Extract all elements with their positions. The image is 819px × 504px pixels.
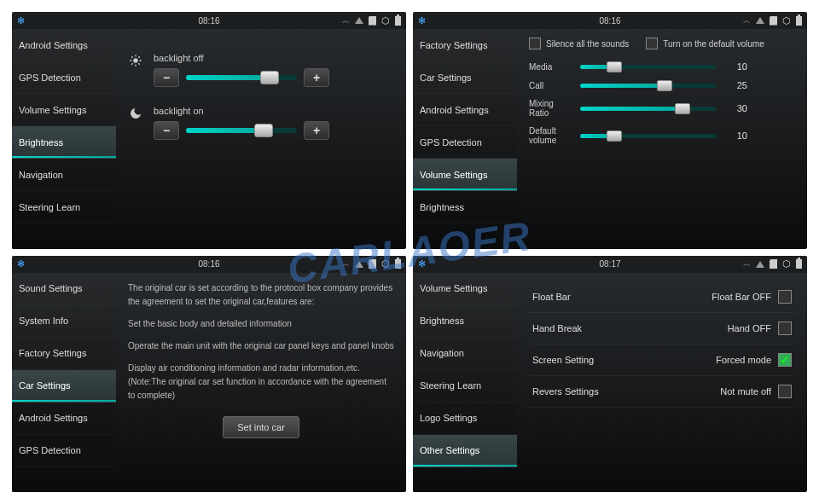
volume-value: 30 [725,103,747,113]
plus-button[interactable]: + [304,68,329,87]
option-checkbox[interactable] [778,353,792,367]
description-text: Display air conditioning information and… [128,362,394,403]
option-checkbox[interactable] [778,290,792,304]
set-into-car-button[interactable]: Set into car [223,416,299,438]
sidebar: Android SettingsGPS DetectionVolume Sett… [12,29,116,249]
status-bar: ✻ 08:16 ︿ ⬡ [12,12,406,29]
wifi-icon: ⬡ [782,258,791,269]
volume-slider[interactable] [580,134,717,138]
volume-slider[interactable] [580,107,717,111]
sidebar-item[interactable]: Steering Learn [413,370,517,403]
option-checkbox[interactable] [778,322,792,335]
sidebar-item[interactable]: Brightness [413,305,517,338]
svg-line-6 [138,63,139,64]
option-checkbox[interactable] [778,385,792,398]
sidebar-item[interactable]: Brightness [413,191,517,223]
sidebar-item[interactable]: Brightness [12,126,116,159]
bluetooth-icon: ✻ [17,258,25,269]
sidebar-item[interactable]: Navigation [12,159,116,191]
sidebar-item[interactable]: GPS Detection [12,61,116,94]
panel-volume: ✻ 08:16 ︿ ⬡ Factory SettingsCar Settings… [413,12,807,249]
option-row[interactable]: Screen SettingForced mode [529,345,795,376]
signal-icon [756,17,764,24]
chevron-up-icon: ︿ [342,15,350,26]
signal-icon [355,261,363,268]
battery-icon [796,259,802,269]
option-value: Hand OFF [728,323,771,333]
option-value: Forced mode [716,355,771,365]
sidebar-item[interactable]: Android Settings [12,403,116,435]
sd-card-icon [770,259,777,269]
sidebar-item[interactable]: Android Settings [413,94,517,126]
status-bar: ✻ 08:17 ︿ ⬡ [413,256,807,273]
battery-icon [796,16,802,26]
sidebar: Sound SettingsSystem InfoFactory Setting… [12,273,116,493]
volume-label: Mixing Ratio [529,99,572,118]
wifi-icon: ⬡ [381,15,390,26]
chevron-up-icon: ︿ [743,258,751,269]
sidebar-item[interactable]: Volume Settings [12,94,116,126]
volume-slider[interactable] [580,65,717,69]
sidebar: Volume SettingsBrightnessNavigationSteer… [413,273,517,493]
option-row[interactable]: Hand BreakHand OFF [529,313,795,345]
sidebar-item[interactable]: Factory Settings [413,29,517,61]
plus-button[interactable]: + [304,121,329,140]
signal-icon [355,17,363,24]
sidebar-item[interactable]: Volume Settings [413,159,517,191]
sun-icon [128,53,143,68]
bluetooth-icon: ✻ [418,258,426,269]
battery-icon [395,259,401,269]
bluetooth-icon: ✻ [418,15,426,26]
sidebar-item[interactable]: Steering Learn [12,191,116,223]
sidebar-item[interactable]: Navigation [413,338,517,370]
backlight-on-slider[interactable] [186,128,297,133]
option-label: Hand Break [532,323,582,333]
sidebar-item[interactable]: Sound Settings [12,273,116,305]
volume-value: 25 [725,80,747,90]
silence-checkbox[interactable]: Silence all the sounds [529,38,629,49]
wifi-icon: ⬡ [782,15,791,26]
sidebar-item[interactable]: GPS Detection [12,435,116,467]
sidebar-item[interactable]: Car Settings [413,61,517,94]
sd-card-icon [369,259,376,269]
volume-row: Default volume10 [529,126,795,145]
default-volume-checkbox[interactable]: Turn on the default volume [646,38,764,49]
volume-row: Call25 [529,80,795,90]
sidebar-item[interactable]: Car Settings [12,370,116,403]
sidebar-item[interactable]: Factory Settings [12,338,116,370]
sidebar-item[interactable]: Logo Settings [413,403,517,435]
minus-button[interactable]: − [154,68,179,87]
sidebar-item[interactable]: Other Settings [413,435,517,467]
panel-car-settings: ✻ 08:16 ︿ ⬡ Sound SettingsSystem InfoFac… [12,256,406,493]
description-text: The original car is set according to the… [128,281,394,309]
option-value: Not mute off [720,386,771,397]
signal-icon [756,261,764,268]
option-label: Float Bar [532,292,571,302]
sidebar-item[interactable]: GPS Detection [413,126,517,159]
status-bar: ✻ 08:16 ︿ ⬡ [413,12,807,29]
clock: 08:16 [198,259,219,269]
status-bar: ✻ 08:16 ︿ ⬡ [12,256,406,273]
chevron-up-icon: ︿ [743,15,751,26]
minus-button[interactable]: − [154,121,179,140]
volume-row: Media10 [529,61,795,72]
description-text: Set the basic body and detailed informat… [128,317,394,331]
sd-card-icon [770,16,777,26]
option-row[interactable]: Float BarFloat Bar OFF [529,281,795,313]
sd-card-icon [369,16,376,26]
sidebar-item[interactable]: Android Settings [12,29,116,61]
bluetooth-icon: ✻ [17,15,25,26]
volume-label: Media [529,62,572,72]
option-row[interactable]: Revers SettingsNot mute off [529,376,795,408]
panel-other-settings: ✻ 08:17 ︿ ⬡ Volume SettingsBrightnessNav… [413,256,807,493]
volume-slider[interactable] [580,84,717,88]
backlight-on-label: backlight on [154,106,394,116]
option-value: Float Bar OFF [712,292,771,302]
description-text: Operate the main unit with the original … [128,339,394,353]
svg-line-8 [138,56,139,57]
sidebar-item[interactable]: System Info [12,305,116,338]
panel-brightness: ✻ 08:16 ︿ ⬡ Android SettingsGPS Detectio… [12,12,406,249]
sidebar-item[interactable]: Volume Settings [413,273,517,305]
volume-label: Default volume [529,126,572,145]
backlight-off-slider[interactable] [186,75,297,80]
